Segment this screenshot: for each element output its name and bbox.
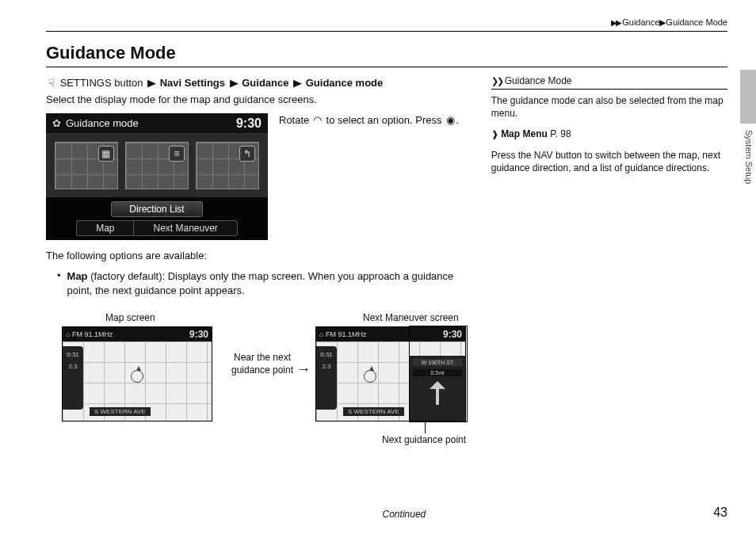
label-near-next: Near the next guidance point (227, 352, 298, 376)
crumb-1: Guidance (622, 17, 659, 27)
path-sep-icon: ▶ (229, 77, 238, 89)
breadcrumb-arrows-icon: ▶▶ (611, 18, 620, 27)
settings-path: ☟ SETTINGS button ▶ Navi Settings ▶ Guid… (46, 77, 475, 89)
street-label-2: S WESTERN AVE (343, 407, 404, 416)
path-sep-icon: ▶ (147, 77, 156, 89)
rotate-instruction: Rotate ◠ to select an option. Press ◉. (279, 113, 459, 128)
street-label: S WESTERN AVE (90, 407, 151, 416)
map-time: 9:30 (189, 329, 208, 340)
page-number: 43 (713, 505, 727, 520)
crumb-2: Guidance Mode (666, 17, 727, 27)
label-next-gp: Next guidance point (382, 434, 466, 445)
page-title: Guidance Mode (46, 43, 727, 67)
breadcrumb: ▶▶Guidance▶Guidance Mode (46, 17, 727, 32)
ss1-title: Guidance mode (66, 117, 236, 129)
radio-band-2: FM (326, 330, 336, 338)
tab-dist-2: 2.3 (316, 363, 337, 370)
main-column: ☟ SETTINGS button ▶ Navi Settings ▶ Guid… (46, 75, 475, 463)
tab-dist: 2.3 (63, 363, 83, 370)
maneuver-tile-icon: ↰ (239, 146, 255, 162)
radio-freq: 91.1MHz (84, 330, 113, 338)
following-options-text: The following options are available: (46, 250, 475, 261)
sidebar-arrows-icon: ❯❯ (491, 76, 502, 86)
arrow-right-icon: → (296, 361, 311, 378)
page-footer: Continued 43 (46, 505, 727, 520)
sidebar-mapmenu-page: P. 98 (548, 128, 571, 139)
tab-time-2: 0:31 (316, 351, 337, 358)
home-icon: ⌂ (319, 330, 323, 338)
tile-next-maneuver: ↰ (196, 142, 259, 189)
sidebar-column: ❯❯Guidance Mode The guidance mode can al… (491, 75, 727, 463)
map-screen-screenshot: ⌂ FM 91.1MHz 9:30 0:31 2.3 S WESTERN AVE (62, 326, 212, 421)
map-left-tab-2: 0:31 2.3 (316, 346, 337, 410)
select-display-text: Select the display mode for the map and … (46, 93, 475, 105)
path-guidance-mode: Guidance mode (306, 77, 384, 89)
tile-map: ▦ (55, 142, 118, 189)
car-position-icon-2 (364, 370, 376, 383)
home-icon: ⌂ (66, 330, 70, 338)
path-sep-icon: ▶ (293, 77, 302, 89)
option-map-bold: Map (67, 270, 88, 282)
rotate-text-b: to select an option. Press (326, 114, 442, 126)
sidebar-heading-text: Guidance Mode (505, 75, 572, 86)
ss1-map-button: Map (76, 220, 133, 236)
label-next-maneuver-screen: Next Maneuver screen (363, 312, 459, 323)
dirlist-tile-icon: ≡ (169, 146, 185, 162)
label-map-screen: Map screen (105, 312, 155, 323)
sidebar-p2: Press the NAV button to switch between t… (491, 149, 727, 174)
press-dial-icon: ◉ (445, 113, 456, 128)
path-prefix: SETTINGS button (60, 77, 143, 89)
path-guidance: Guidance (242, 77, 288, 89)
tile-dirlist: ≡ (125, 142, 189, 189)
map-left-tab: 0:31 2.3 (63, 346, 83, 410)
link-icon: ❱ (491, 129, 498, 139)
section-tab (740, 70, 756, 124)
rotate-dial-icon: ◠ (312, 113, 323, 128)
option-map: • Map (factory default): Displays only t… (46, 269, 475, 298)
option-map-rest: (factory default): Displays only the map… (67, 270, 454, 296)
continued-label: Continued (383, 509, 426, 520)
ss1-time: 9:30 (236, 116, 262, 131)
radio-freq-2: 91.1MHz (338, 330, 366, 338)
path-navi-settings: Navi Settings (160, 77, 225, 89)
hand-icon: ☟ (46, 77, 57, 89)
sidebar-mapmenu-bold: Map Menu (501, 128, 548, 139)
map-tile-icon: ▦ (98, 146, 114, 162)
bullet-icon: • (57, 269, 61, 298)
ss1-next-maneuver-button: Next Maneuver (133, 220, 237, 236)
direction-list-label: Direction List (111, 201, 202, 217)
tab-time: 0:31 (63, 351, 83, 358)
guidance-mode-screenshot: ✿ Guidance mode 9:30 ▦ ≡ ↰ Direction Lis… (46, 113, 268, 240)
rotate-text-a: Rotate (279, 114, 309, 126)
gear-icon: ✿ (52, 117, 61, 129)
car-position-icon (131, 370, 143, 383)
callout-line (425, 422, 426, 433)
radio-band: FM (72, 330, 82, 338)
sidebar-heading: ❯❯Guidance Mode (491, 75, 727, 90)
sidebar-mapmenu-ref: ❱ Map Menu P. 98 (491, 128, 727, 140)
section-tab-label: System Setup (744, 130, 754, 184)
next-gp-highlight-box (409, 326, 468, 422)
sidebar-p1: The guidance mode can also be selected f… (491, 94, 727, 120)
